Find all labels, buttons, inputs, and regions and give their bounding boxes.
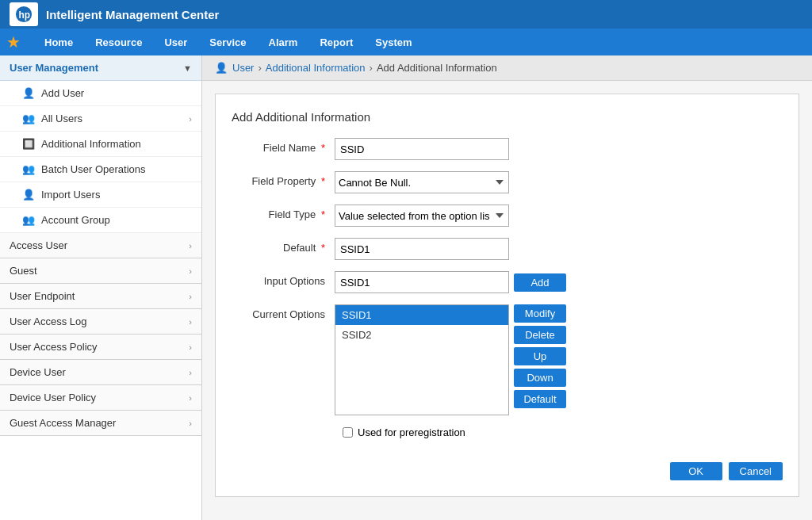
option-ssid1[interactable]: SSID1 [335,305,508,325]
sidebar-item-batch-user-ops[interactable]: 👥 Batch User Operations [0,157,201,182]
additional-info-icon: 🔲 [22,138,35,150]
sidebar-section-user-management[interactable]: User Management ▼ [0,55,201,81]
sidebar-item-additional-info[interactable]: 🔲 Additional Information [0,132,201,157]
user-access-policy-arrow: › [189,342,192,352]
current-options-label: Current Options [232,304,335,320]
all-users-arrow: › [189,114,192,124]
device-user-label: Device User [10,366,66,378]
input-options-row: Input Options Add [232,271,783,293]
hp-logo: hp [10,2,38,26]
guest-access-manager-label: Guest Access Manager [10,417,116,429]
access-user-label: Access User [10,239,67,251]
sidebar-category-device-user[interactable]: Device User › [0,360,201,385]
sidebar-menu: 👤 Add User 👥 All Users › 🔲 Additional In… [0,81,201,233]
preregistration-checkbox[interactable] [343,427,353,438]
form-footer: OK Cancel [232,454,783,480]
field-type-label: Field Type * [232,205,335,220]
top-bar: hp Intelligent Management Center [0,0,812,29]
sidebar-category-user-endpoint[interactable]: User Endpoint › [0,284,201,309]
input-options-input[interactable] [335,271,509,293]
input-options-label: Input Options [232,271,335,287]
nav-alarm[interactable]: Alarm [258,29,309,55]
user-access-policy-label: User Access Policy [10,341,98,353]
sidebar-item-account-group[interactable]: 👥 Account Group [0,208,201,233]
sidebar-item-batch-user-ops-label: Batch User Operations [41,163,146,175]
field-type-select[interactable]: Value selected from the option lis Text … [335,205,509,227]
sidebar-category-guest-access-manager[interactable]: Guest Access Manager › [0,411,201,436]
current-options-row: Current Options SSID1 SSID2 Modify Delet… [232,304,783,415]
options-action-buttons: Modify Delete Up Down Default [514,304,566,408]
modify-button[interactable]: Modify [514,304,566,323]
sidebar-item-add-user[interactable]: 👤 Add User [0,81,201,106]
breadcrumb-additional-info[interactable]: Additional Information [266,62,366,74]
up-button[interactable]: Up [514,347,566,365]
sidebar-item-import-users-label: Import Users [41,189,100,201]
sidebar-item-add-user-label: Add User [41,87,84,99]
batch-user-ops-icon: 👥 [22,163,35,175]
add-user-icon: 👤 [22,87,35,99]
nav-service[interactable]: Service [198,29,257,55]
field-property-select[interactable]: Cannot Be Null. Can Be Null. [335,171,509,193]
sidebar-category-device-user-policy[interactable]: Device User Policy › [0,385,201,411]
field-name-input[interactable] [335,138,509,160]
field-type-row: Field Type * Value selected from the opt… [232,205,783,227]
delete-button[interactable]: Delete [514,326,566,344]
breadcrumb-icon: 👤 [215,62,228,74]
main-layout: User Management ▼ 👤 Add User 👥 All Users… [0,55,812,520]
sidebar-item-all-users[interactable]: 👥 All Users › [0,106,201,132]
breadcrumb-user[interactable]: User [232,62,254,74]
sidebar-section-label: User Management [10,62,98,74]
nav-report[interactable]: Report [308,29,364,55]
field-property-label: Field Property * [232,171,335,187]
preregistration-label: Used for preregistration [358,426,465,438]
user-endpoint-label: User Endpoint [10,290,75,302]
content-area: 👤 User › Additional Information › Add Ad… [202,55,812,520]
all-users-icon: 👥 [22,113,35,124]
field-property-row: Field Property * Cannot Be Null. Can Be … [232,171,783,193]
field-name-label: Field Name * [232,138,335,154]
breadcrumb-current: Add Additional Information [377,62,497,74]
sidebar-category-access-user[interactable]: Access User › [0,233,201,258]
form-title: Add Additional Information [232,110,783,124]
cancel-button[interactable]: Cancel [729,462,783,480]
default-button[interactable]: Default [514,390,566,408]
sidebar-category-user-access-log[interactable]: User Access Log › [0,309,201,335]
sidebar-category-guest[interactable]: Guest › [0,258,201,284]
default-input[interactable] [335,238,509,260]
import-users-icon: 👤 [22,189,35,201]
ok-button[interactable]: OK [670,462,722,480]
user-access-log-label: User Access Log [10,315,87,327]
device-user-arrow: › [189,368,192,377]
sidebar-section-chevron: ▼ [183,63,192,73]
sidebar-category-user-access-policy[interactable]: User Access Policy › [0,335,201,360]
favorite-star[interactable]: ★ [6,32,21,52]
nav-home[interactable]: Home [33,29,84,55]
down-button[interactable]: Down [514,369,566,387]
sidebar-item-additional-info-label: Additional Information [41,138,141,150]
nav-resource[interactable]: Resource [84,29,153,55]
guest-arrow: › [189,266,192,276]
option-ssid2[interactable]: SSID2 [335,325,508,345]
add-button[interactable]: Add [514,273,566,292]
app-title: Intelligent Management Center [46,8,219,21]
guest-label: Guest [10,265,37,277]
device-user-policy-label: Device User Policy [10,392,96,403]
field-name-row: Field Name * [232,138,783,160]
sidebar-item-account-group-label: Account Group [41,214,110,226]
nav-system[interactable]: System [364,29,423,55]
sidebar-item-all-users-label: All Users [41,113,82,124]
nav-bar: ★ Home Resource User Service Alarm Repor… [0,29,812,55]
current-options-area: SSID1 SSID2 Modify Delete Up Down Defaul… [335,304,566,415]
breadcrumb: 👤 User › Additional Information › Add Ad… [202,55,812,81]
user-access-log-arrow: › [189,317,192,327]
device-user-policy-arrow: › [189,393,192,403]
options-list[interactable]: SSID1 SSID2 [335,304,509,415]
preregistration-row: Used for preregistration [343,426,783,438]
svg-text:hp: hp [19,10,31,21]
input-options-controls: Add [335,271,566,293]
user-endpoint-arrow: › [189,292,192,301]
form-panel: Add Additional Information Field Name * … [215,94,799,497]
sidebar-item-import-users[interactable]: 👤 Import Users [0,182,201,208]
nav-user[interactable]: User [153,29,198,55]
account-group-icon: 👥 [22,214,35,226]
